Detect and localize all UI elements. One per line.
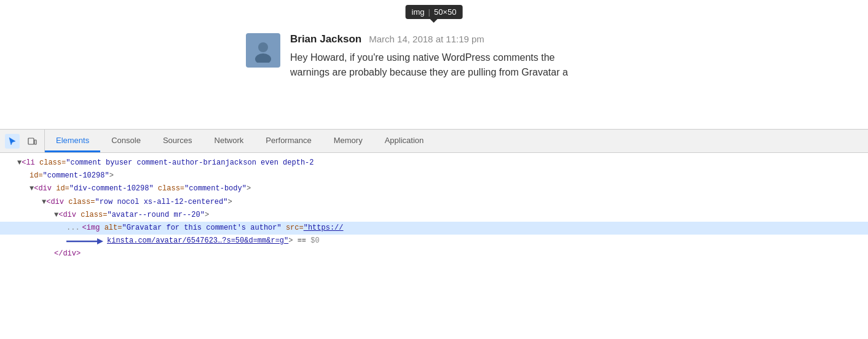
comment-author: Brian Jackson [290,33,361,45]
toolbar-icons [0,130,45,152]
cursor-icon-btn[interactable] [5,134,20,149]
comment-date: March 14, 2018 at 11:19 pm [369,34,484,44]
tab-memory[interactable]: Memory [323,130,374,152]
dollar-zero: $0 [310,235,319,247]
arrow-svg [66,236,103,247]
tooltip-dimensions: 50×50 [434,7,457,17]
svg-rect-2 [28,138,34,144]
cursor-icon [7,136,17,146]
tree-line: id="comment-10298"> [0,170,868,182]
tab-elements[interactable]: Elements [45,130,100,152]
svg-rect-3 [34,140,36,144]
device-icon-btn[interactable] [25,134,39,149]
tab-network[interactable]: Network [203,130,255,152]
tab-application[interactable]: Application [374,130,435,152]
avatar-svg [251,38,275,63]
avatar-container [246,33,280,68]
tab-performance[interactable]: Performance [254,130,322,152]
tree-line: ▼ <li class="comment byuser comment-auth… [0,157,868,170]
tree-line-url: kinsta.com/avatar/6547623…?s=50&d=mm&r=g… [0,235,868,247]
tree-line: ▼ <div class="row nocol xs-all-12-center… [0,196,868,209]
tree-line-highlighted: ... <img alt="Gravatar for this comment'… [0,222,868,235]
html-tree: ▼ <li class="comment byuser comment-auth… [0,153,868,265]
tooltip-tag: img [412,7,425,17]
img-tooltip: img | 50×50 [406,5,463,19]
sidebar-dots: ... [66,222,80,234]
comment-text: Hey Howard, if you're using native WordP… [290,50,622,80]
device-icon [27,136,37,146]
tab-sources[interactable]: Sources [152,130,203,152]
devtools-toolbar: Elements Console Sources Network Perform… [0,130,868,153]
comment-header: Brian Jackson March 14, 2018 at 11:19 pm [290,33,622,45]
svg-point-0 [258,42,268,52]
blue-arrow-icon [66,236,103,247]
svg-marker-5 [97,238,103,244]
tooltip-divider: | [428,7,430,17]
devtools-tabs: Elements Console Sources Network Perform… [45,130,868,152]
tree-line: ▼ <div id="div-comment-10298" class="com… [0,182,868,195]
tree-line: </div> [0,247,868,260]
devtools-panel: Elements Console Sources Network Perform… [0,129,868,339]
devtools-content: ▼ <li class="comment byuser comment-auth… [0,153,868,339]
tree-line: ▼ <div class="avatar--round mr--20" > [0,209,868,222]
comment-content: Brian Jackson March 14, 2018 at 11:19 pm… [290,33,622,80]
tab-console[interactable]: Console [100,130,152,152]
avatar [246,33,280,68]
svg-point-1 [255,53,271,63]
url-link[interactable]: kinsta.com/avatar/6547623…?s=50&d=mm&r=g… [107,235,288,247]
webpage-area: img | 50×50 Brian Jackson March 14, 2018… [0,0,868,129]
